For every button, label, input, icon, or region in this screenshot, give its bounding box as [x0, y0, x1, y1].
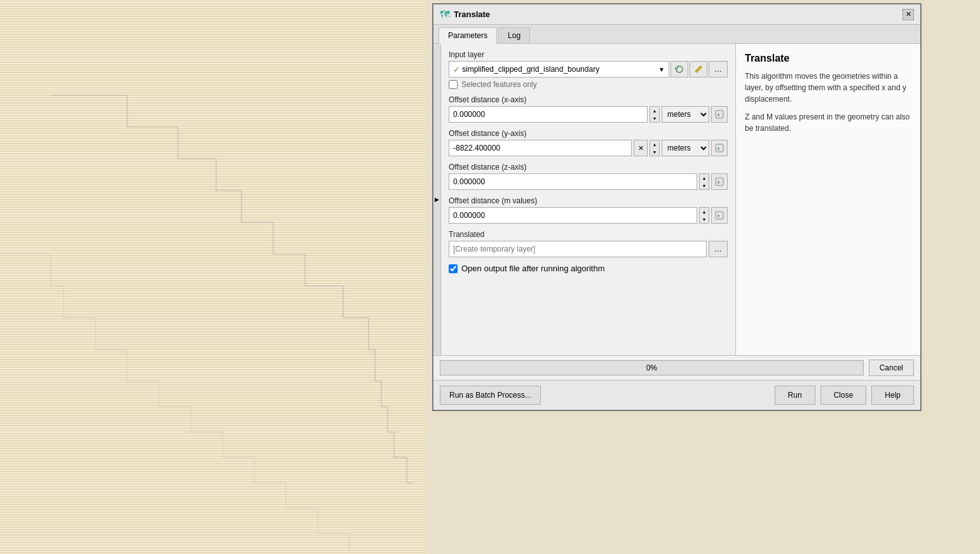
bottom-buttons: Run as Batch Process... Run Close Help — [433, 380, 920, 410]
tabs-bar: Parameters Log — [433, 25, 920, 44]
open-output-checkbox[interactable] — [449, 264, 458, 273]
params-scroll-area: Input layer ✓ simplified_clipped_grid_is… — [441, 44, 735, 355]
help-panel: Translate This algorithm moves the geome… — [736, 44, 920, 355]
selected-features-label: Selected features only — [461, 80, 537, 89]
offset-x-down[interactable]: ▼ — [650, 114, 659, 122]
parameters-panel: Input layer ✓ simplified_clipped_grid_is… — [441, 44, 736, 355]
selected-features-row: Selected features only — [449, 80, 728, 89]
offset-z-up[interactable]: ▲ — [700, 174, 709, 182]
offset-z-input[interactable] — [449, 173, 697, 190]
offset-y-clear-button[interactable]: ✕ — [634, 140, 648, 156]
tab-parameters[interactable]: Parameters — [439, 27, 497, 44]
offset-x-spinner[interactable]: ▲ ▼ — [650, 106, 660, 123]
offset-x-label: Offset distance (x-axis) — [449, 95, 728, 104]
open-output-row: Open output file after running algorithm — [449, 264, 728, 273]
offset-m-down[interactable]: ▼ — [700, 215, 709, 223]
offset-m-group: Offset distance (m values) ▲ ▼ ε — [449, 196, 728, 224]
layer-icon: ✓ — [453, 65, 460, 74]
offset-x-up[interactable]: ▲ — [650, 107, 659, 114]
offset-z-spinner[interactable]: ▲ ▼ — [699, 173, 709, 190]
dialog-title: Translate — [454, 10, 902, 19]
svg-text:ε: ε — [718, 179, 720, 185]
svg-text:ε: ε — [718, 213, 720, 219]
offset-x-unit[interactable]: meters feet degrees — [662, 106, 709, 123]
offset-y-group: Offset distance (y-axis) ✕ ▲ ▼ meters fe… — [449, 129, 728, 156]
titlebar: 🗺 Translate ✕ — [433, 4, 920, 25]
more-options-button[interactable]: … — [709, 61, 728, 78]
offset-m-row: ▲ ▼ ε — [449, 207, 728, 224]
offset-z-down[interactable]: ▼ — [700, 182, 709, 189]
translated-label: Translated — [449, 230, 728, 239]
map-background — [0, 0, 426, 554]
progress-bar: 0% — [440, 360, 864, 375]
translated-output-browse-button[interactable]: … — [709, 241, 728, 257]
translated-output-input[interactable] — [449, 241, 707, 257]
edit-layer-button[interactable] — [690, 61, 707, 78]
translate-dialog: 🗺 Translate ✕ Parameters Log ▶ Input lay… — [432, 3, 922, 411]
input-layer-dropdown[interactable]: ✓ simplified_clipped_grid_island_boundar… — [449, 61, 669, 78]
input-layer-group: Input layer ✓ simplified_clipped_grid_is… — [449, 50, 728, 89]
help-paragraph2: Z and M values present in the geometry c… — [745, 111, 911, 134]
offset-y-row: ✕ ▲ ▼ meters feet degrees ε — [449, 140, 728, 156]
offset-z-row: ▲ ▼ ε — [449, 173, 728, 190]
progress-area: 0% Cancel — [433, 355, 920, 380]
offset-m-spinner[interactable]: ▲ ▼ — [699, 207, 709, 224]
translated-output-group: Translated … — [449, 230, 728, 257]
offset-y-unit[interactable]: meters feet degrees — [662, 140, 709, 156]
cancel-button[interactable]: Cancel — [869, 360, 914, 376]
run-button[interactable]: Run — [775, 386, 815, 405]
offset-y-spinner[interactable]: ▲ ▼ — [650, 140, 660, 156]
dialog-content: ▶ Input layer ✓ simplified_clipped_grid_… — [433, 44, 920, 355]
help-button[interactable]: Help — [871, 386, 914, 405]
offset-z-group: Offset distance (z-axis) ▲ ▼ ε — [449, 163, 728, 190]
offset-z-label: Offset distance (z-axis) — [449, 163, 728, 172]
qgis-logo-icon: 🗺 — [440, 9, 450, 20]
open-output-label: Open output file after running algorithm — [461, 264, 604, 273]
collapse-panel-btn[interactable]: ▶ — [433, 44, 441, 355]
offset-m-label: Offset distance (m values) — [449, 196, 728, 205]
progress-label: 0% — [646, 363, 657, 372]
offset-x-group: Offset distance (x-axis) ▲ ▼ meters feet… — [449, 95, 728, 123]
svg-text:ε: ε — [718, 112, 720, 118]
offset-m-input[interactable] — [449, 207, 697, 224]
offset-x-input[interactable] — [449, 106, 648, 123]
offset-y-label: Offset distance (y-axis) — [449, 129, 728, 138]
input-layer-label: Input layer — [449, 50, 728, 59]
offset-x-row: ▲ ▼ meters feet degrees ε — [449, 106, 728, 123]
batch-process-button[interactable]: Run as Batch Process... — [440, 386, 541, 405]
close-button[interactable]: ✕ — [902, 9, 914, 20]
svg-rect-2 — [0, 0, 426, 554]
dropdown-arrow-icon: ▼ — [658, 66, 665, 73]
selected-features-checkbox[interactable] — [449, 80, 458, 89]
help-paragraph1: This algorithm moves the geometries with… — [745, 71, 911, 105]
tab-log[interactable]: Log — [498, 27, 530, 43]
svg-text:ε: ε — [718, 145, 720, 151]
close-button[interactable]: Close — [820, 386, 867, 405]
offset-m-expr-button[interactable]: ε — [711, 207, 728, 224]
help-title: Translate — [745, 53, 911, 64]
offset-y-down[interactable]: ▼ — [650, 148, 659, 156]
translated-row: … — [449, 241, 728, 257]
offset-x-expr-button[interactable]: ε — [711, 106, 728, 123]
offset-m-up[interactable]: ▲ — [700, 208, 709, 215]
offset-y-input[interactable] — [449, 140, 632, 156]
offset-y-up[interactable]: ▲ — [650, 140, 659, 148]
offset-z-expr-button[interactable]: ε — [711, 173, 728, 190]
refresh-layer-button[interactable] — [670, 61, 688, 78]
input-layer-value: simplified_clipped_grid_island_boundary — [462, 65, 656, 74]
offset-y-expr-button[interactable]: ε — [711, 140, 728, 156]
input-layer-row: ✓ simplified_clipped_grid_island_boundar… — [449, 61, 728, 78]
dialog-frame: 🗺 Translate ✕ Parameters Log ▶ Input lay… — [432, 3, 922, 411]
